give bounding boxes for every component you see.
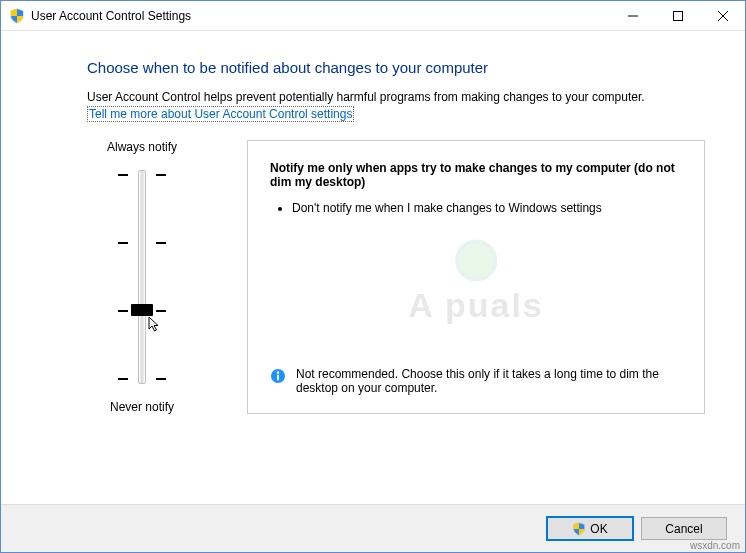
notification-slider[interactable] [112,162,172,392]
titlebar: User Account Control Settings [1,1,745,31]
cancel-button-label: Cancel [665,522,702,536]
info-panel: A puals Notify me only when apps try to … [247,140,705,414]
window-title-text: User Account Control Settings [31,9,191,23]
ok-button[interactable]: OK [547,517,633,540]
slider-tick [112,174,172,175]
svg-point-5 [277,371,279,373]
info-panel-list: Don't notify me when I make changes to W… [274,201,682,219]
main-area: Always notify Never notify [87,140,705,414]
help-link[interactable]: Tell me more about User Account Control … [87,106,354,122]
source-attribution: wsxdn.com [690,540,740,551]
shield-icon [9,8,25,24]
slider-rail [138,170,146,384]
content-area: Choose when to be notified about changes… [1,31,745,504]
minimize-button[interactable] [610,1,655,30]
svg-rect-6 [277,375,279,381]
slider-tick [112,378,172,379]
cursor-icon [148,316,162,337]
info-panel-title: Notify me only when apps try to make cha… [270,161,682,189]
info-icon [270,368,286,387]
svg-rect-1 [673,11,682,20]
info-panel-recommendation: Not recommended. Choose this only if it … [270,367,682,395]
cancel-button[interactable]: Cancel [641,517,727,540]
slider-label-top: Always notify [107,140,177,154]
notification-slider-column: Always notify Never notify [87,140,197,414]
page-description: User Account Control helps prevent poten… [87,90,705,104]
slider-thumb[interactable] [131,304,153,316]
shield-icon [572,522,586,536]
info-panel-recommendation-text: Not recommended. Choose this only if it … [296,367,682,395]
info-panel-bullet: Don't notify me when I make changes to W… [292,201,682,215]
button-bar: OK Cancel [1,504,745,552]
slider-label-bottom: Never notify [110,400,174,414]
maximize-button[interactable] [655,1,700,30]
uac-settings-window: User Account Control Settings Choose whe… [0,0,746,553]
window-title-area: User Account Control Settings [9,8,610,24]
window-controls [610,1,745,30]
slider-tick [112,242,172,243]
close-button[interactable] [700,1,745,30]
ok-button-label: OK [590,522,607,536]
page-heading: Choose when to be notified about changes… [87,59,705,76]
